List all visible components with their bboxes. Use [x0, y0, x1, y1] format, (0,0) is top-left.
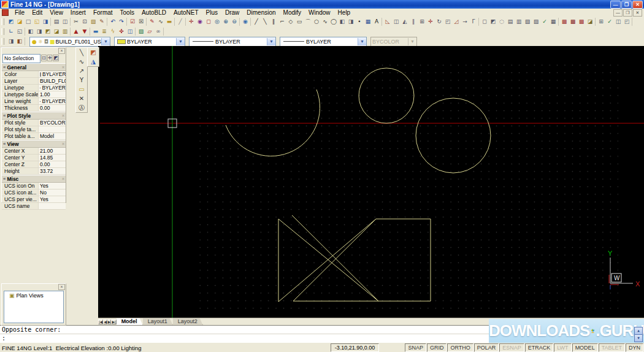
property-value[interactable]: Yes: [39, 196, 66, 202]
ruler-icon[interactable]: ▬: [165, 18, 174, 26]
drawing-icon[interactable]: [2, 9, 9, 16]
toggle-etrack[interactable]: ETRACK: [525, 343, 554, 352]
menu-item-view[interactable]: View: [46, 9, 67, 16]
db-connect-icon[interactable]: ▨: [532, 18, 540, 26]
toggle-ortho[interactable]: ORTHO: [447, 343, 473, 352]
menu-item-dimension[interactable]: Dimension: [243, 9, 279, 16]
section-header-view[interactable]: «View×: [2, 140, 66, 148]
minimize-button[interactable]: —: [610, 1, 621, 9]
pan-icon[interactable]: ✛: [187, 18, 196, 26]
object-properties-icon[interactable]: ▤: [506, 18, 515, 26]
property-value[interactable]: BYLAYER: [39, 85, 66, 91]
zoom-out-icon[interactable]: ⊖: [230, 18, 239, 26]
menu-item-autobld[interactable]: AutoBLD: [138, 9, 170, 16]
select-objects-btn[interactable]: ✛: [47, 55, 53, 61]
color-tool-2-icon[interactable]: ◮: [88, 57, 98, 66]
toolbar-minus-icon[interactable]: ▬: [91, 28, 100, 36]
paste-icon[interactable]: ▨: [89, 18, 98, 26]
toggle-polar[interactable]: POLAR: [474, 343, 499, 352]
color-tool-1-icon[interactable]: ◩: [88, 48, 98, 57]
toggle-tablet[interactable]: TABLET: [599, 343, 625, 352]
xref-manager-icon[interactable]: ▩: [569, 18, 577, 26]
tab-nav-1[interactable]: ◀: [103, 319, 107, 324]
toolbar-grip[interactable]: [1, 28, 4, 35]
toggle-lwt[interactable]: LWT: [554, 343, 571, 352]
toggle-grid[interactable]: GRID: [427, 343, 447, 352]
property-value[interactable]: 0.00: [39, 161, 66, 167]
cut-icon[interactable]: ✂: [72, 18, 80, 26]
tab-model[interactable]: Model: [117, 318, 143, 325]
construction-line-icon[interactable]: ∥: [269, 18, 278, 26]
block-copy-icon[interactable]: ◨: [35, 28, 44, 36]
menu-item-window[interactable]: Window: [305, 9, 334, 16]
erase-icon[interactable]: ◺: [383, 18, 392, 26]
quick-select-icon[interactable]: ◩: [489, 18, 497, 26]
array-icon[interactable]: ⊞: [418, 18, 426, 26]
mdi-restore-button[interactable]: ❐: [623, 9, 632, 17]
property-value[interactable]: BUILD_FL001_U: [39, 78, 66, 84]
property-value[interactable]: 33.72: [39, 168, 66, 174]
property-value[interactable]: [39, 126, 66, 132]
arc-icon[interactable]: ⌒: [304, 18, 312, 26]
tab-layout1[interactable]: Layout1: [143, 318, 173, 325]
menu-item-plus[interactable]: Plus: [202, 9, 221, 16]
print-preview-icon[interactable]: ◫: [61, 18, 69, 26]
menu-item-autonet[interactable]: AutoNET: [170, 9, 202, 16]
undo-icon[interactable]: ↶: [109, 18, 117, 26]
spell-check-icon[interactable]: ☑: [128, 18, 137, 26]
selection-dropdown[interactable]: No Selection: [2, 54, 40, 63]
redo-icon[interactable]: ↷: [117, 18, 126, 26]
curve-edit-icon[interactable]: ∿: [156, 18, 165, 26]
property-value[interactable]: 14.85: [39, 155, 66, 161]
menu-item-tools[interactable]: Tools: [117, 9, 138, 16]
menu-item-draw[interactable]: Draw: [221, 9, 243, 16]
leader-icon[interactable]: ↗: [77, 66, 86, 75]
coordinates-readout[interactable]: -3.10,21.90,0.00: [331, 343, 380, 352]
hatch-icon[interactable]: ▦: [364, 18, 372, 26]
tree-item-plan-views[interactable]: ▣ Plan Views: [4, 291, 63, 299]
image-manager-icon[interactable]: ▩: [577, 18, 586, 26]
layer-dropdown[interactable]: ●☼◘■ BUILD_FL001_US ▼: [29, 37, 110, 47]
tab-nav-3[interactable]: ▶|: [111, 319, 116, 324]
copy-clip-icon[interactable]: ⊡: [80, 18, 89, 26]
toolbar-grip[interactable]: [1, 18, 4, 25]
match-layer-icon[interactable]: ◨: [7, 37, 15, 45]
quick-select-btn[interactable]: ◩: [53, 55, 59, 61]
text-frame-icon[interactable]: Ⓐ: [77, 103, 86, 112]
collapse-chevron-icon[interactable]: «: [3, 113, 6, 118]
match-properties-icon[interactable]: ✎: [98, 18, 106, 26]
property-value[interactable]: BYLAYER: [39, 98, 66, 104]
toggle-esnap[interactable]: ESNAP: [499, 343, 524, 352]
property-value[interactable]: No: [39, 189, 66, 196]
polyline-icon[interactable]: ⌐: [278, 18, 286, 26]
scroll-down-icon[interactable]: ▼: [634, 334, 643, 342]
rotate-icon[interactable]: ↻: [435, 18, 443, 26]
menu-item-modify[interactable]: Modify: [280, 9, 305, 16]
section-header-plot-style[interactable]: «Plot Style×: [2, 112, 66, 120]
lineweight-dropdown[interactable]: BYLAYER ▼: [280, 37, 367, 47]
quick-run-icon[interactable]: ϟ: [109, 28, 117, 36]
block-save-icon[interactable]: ◩: [44, 28, 52, 36]
linetype-dropdown[interactable]: BYLAYER ▼: [189, 37, 276, 47]
menu-item-file[interactable]: File: [11, 9, 28, 16]
yellow-rect-icon[interactable]: ▭: [77, 85, 86, 94]
text-icon[interactable]: A: [372, 18, 381, 26]
restore-button[interactable]: ❐: [621, 1, 632, 9]
view-save-icon[interactable]: ◫: [126, 28, 134, 36]
hyperlink-icon[interactable]: ∞: [154, 28, 163, 36]
scale-icon[interactable]: ◰: [443, 18, 452, 26]
property-value[interactable]: BYCOLOR: [39, 120, 66, 126]
block-library-icon[interactable]: ▥: [61, 28, 69, 36]
table-icon[interactable]: ⊞: [597, 18, 605, 26]
help-icon[interactable]: ◉: [241, 18, 250, 26]
property-value[interactable]: 1.00: [39, 91, 66, 98]
collapse-chevron-icon[interactable]: «: [3, 176, 6, 182]
property-value[interactable]: BYLAYER: [39, 71, 66, 77]
print-icon[interactable]: ▤: [52, 18, 61, 26]
new-drawing-icon[interactable]: □: [24, 18, 33, 26]
rectangle-icon[interactable]: ▭: [295, 18, 304, 26]
walk-through-icon[interactable]: ✜: [117, 28, 126, 36]
floor-manager-icon[interactable]: ≣: [100, 28, 109, 36]
mdi-close-button[interactable]: ✕: [633, 9, 642, 17]
spline-edit-icon[interactable]: ∿: [77, 57, 86, 66]
